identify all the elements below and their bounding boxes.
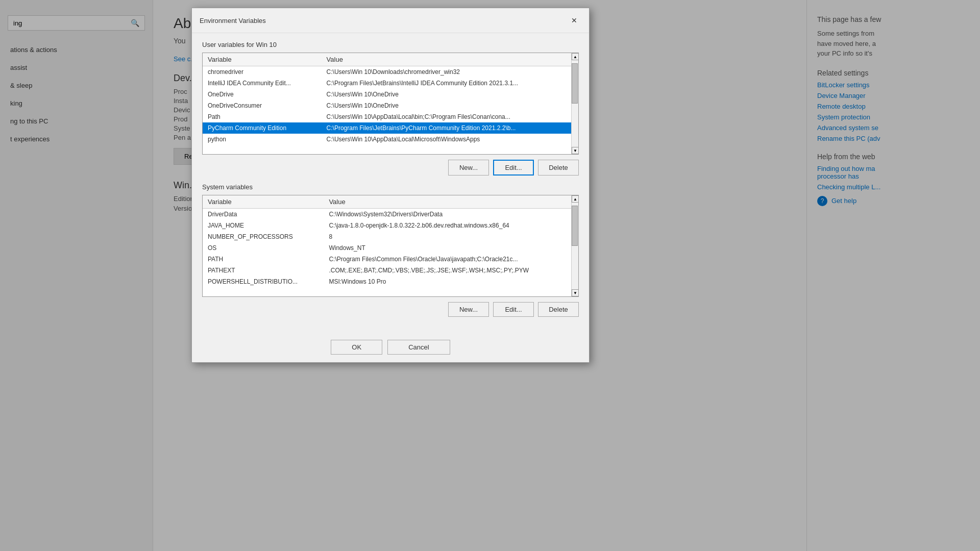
sys-var-name: JAVA_HOME <box>203 220 324 231</box>
sys-var-value: C:\java-1.8.0-openjdk-1.8.0.322-2.b06.de… <box>324 220 578 231</box>
user-table-row[interactable]: OneDriveConsumerC:\Users\Win 10\OneDrive <box>203 100 578 111</box>
user-var-name: Path <box>203 111 322 122</box>
user-var-value: C:\Users\Win 10\OneDrive <box>322 100 578 111</box>
sys-table-row[interactable]: JAVA_HOMEC:\java-1.8.0-openjdk-1.8.0.322… <box>203 220 578 231</box>
user-variables-table: Variable Value chromedriverC:\Users\Win … <box>203 53 578 145</box>
sys-scrollbar-down-arrow[interactable]: ▼ <box>572 289 579 296</box>
user-table-row[interactable]: PyCharm Community EditionC:\Program File… <box>203 122 578 134</box>
scrollbar-up-arrow[interactable]: ▲ <box>572 53 579 60</box>
close-button[interactable]: ✕ <box>567 13 581 28</box>
user-var-value: C:\Program Files\JetBrains\PyCharm Commu… <box>322 122 578 134</box>
user-table-row[interactable]: chromedriverC:\Users\Win 10\Downloads\ch… <box>203 66 578 78</box>
user-table-scrollbar[interactable]: ▲ ▼ <box>571 53 578 154</box>
user-table-row[interactable]: pythonC:\Users\Win 10\AppData\Local\Micr… <box>203 134 578 145</box>
sys-var-name: PATHEXT <box>203 265 324 276</box>
sys-col-variable: Variable <box>203 195 324 209</box>
sys-scrollbar-thumb[interactable] <box>572 206 578 246</box>
sys-var-value: 8 <box>324 231 578 242</box>
ok-button[interactable]: OK <box>331 340 382 355</box>
user-var-name: OneDrive <box>203 89 322 100</box>
sys-table-row[interactable]: NUMBER_OF_PROCESSORS8 <box>203 231 578 242</box>
system-buttons-row: New... Edit... Delete <box>202 302 579 317</box>
user-table-row[interactable]: IntelliJ IDEA Community Edit...C:\Progra… <box>203 78 578 89</box>
user-var-name: IntelliJ IDEA Community Edit... <box>203 78 322 89</box>
user-buttons-row: New... Edit... Delete <box>202 160 579 176</box>
user-variables-table-container: Variable Value chromedriverC:\Users\Win … <box>202 53 579 155</box>
environment-variables-dialog: Environment Variables ✕ User variables f… <box>191 8 590 363</box>
dialog-body: User variables for Win 10 Variable Value… <box>192 33 589 335</box>
sys-delete-button[interactable]: Delete <box>538 302 579 317</box>
user-var-value: C:\Users\Win 10\AppData\Local\bin;C:\Pro… <box>322 111 578 122</box>
sys-table-scrollbar[interactable]: ▲ ▼ <box>571 195 578 296</box>
sys-var-value: Windows_NT <box>324 242 578 254</box>
user-delete-button[interactable]: Delete <box>538 160 579 176</box>
user-var-name: python <box>203 134 322 145</box>
scrollbar-down-arrow[interactable]: ▼ <box>572 147 579 154</box>
user-var-name: chromedriver <box>203 66 322 78</box>
user-var-value: C:\Program Files\JetBrains\IntelliJ IDEA… <box>322 78 578 89</box>
sys-var-value: .COM;.EXE;.BAT;.CMD;.VBS;.VBE;.JS;.JSE;.… <box>324 265 578 276</box>
cancel-button[interactable]: Cancel <box>387 340 450 355</box>
sys-col-value: Value <box>324 195 578 209</box>
dialog-footer: OK Cancel <box>192 335 589 362</box>
dialog-titlebar: Environment Variables ✕ <box>192 8 589 33</box>
sys-table-row[interactable]: PATHEXT.COM;.EXE;.BAT;.CMD;.VBS;.VBE;.JS… <box>203 265 578 276</box>
sys-var-value: MSI:Windows 10 Pro <box>324 276 578 287</box>
sys-edit-button[interactable]: Edit... <box>493 302 534 317</box>
sys-var-name: PATH <box>203 254 324 265</box>
user-col-value: Value <box>322 53 578 66</box>
sys-var-name: NUMBER_OF_PROCESSORS <box>203 231 324 242</box>
user-variables-header: User variables for Win 10 <box>202 41 579 48</box>
user-variables-scroll[interactable]: Variable Value chromedriverC:\Users\Win … <box>203 53 578 147</box>
dialog-title: Environment Variables <box>200 17 266 24</box>
user-table-row[interactable]: OneDriveC:\Users\Win 10\OneDrive <box>203 89 578 100</box>
user-var-name: PyCharm Community Edition <box>203 122 322 134</box>
user-var-name: OneDriveConsumer <box>203 100 322 111</box>
sys-var-name: DriverData <box>203 209 324 220</box>
sys-scrollbar-up-arrow[interactable]: ▲ <box>572 195 579 203</box>
user-table-row[interactable]: PathC:\Users\Win 10\AppData\Local\bin;C:… <box>203 111 578 122</box>
user-var-value: C:\Users\Win 10\AppData\Local\Microsoft\… <box>322 134 578 145</box>
sys-table-row[interactable]: DriverDataC:\Windows\System32\Drivers\Dr… <box>203 209 578 220</box>
sys-table-row[interactable]: PATHC:\Program Files\Common Files\Oracle… <box>203 254 578 265</box>
sys-new-button[interactable]: New... <box>448 302 489 317</box>
sys-var-value: C:\Program Files\Common Files\Oracle\Jav… <box>324 254 578 265</box>
scrollbar-thumb[interactable] <box>572 63 578 104</box>
user-var-value: C:\Users\Win 10\OneDrive <box>322 89 578 100</box>
user-col-variable: Variable <box>203 53 322 66</box>
user-new-button[interactable]: New... <box>448 160 489 176</box>
sys-table-row[interactable]: OSWindows_NT <box>203 242 578 254</box>
user-var-value: C:\Users\Win 10\Downloads\chromedriver_w… <box>322 66 578 78</box>
system-variables-table: Variable Value DriverDataC:\Windows\Syst… <box>203 195 578 287</box>
sys-var-name: OS <box>203 242 324 254</box>
system-variables-scroll[interactable]: Variable Value DriverDataC:\Windows\Syst… <box>203 195 578 290</box>
sys-var-name: POWERSHELL_DISTRIBUTIO... <box>203 276 324 287</box>
sys-var-value: C:\Windows\System32\Drivers\DriverData <box>324 209 578 220</box>
system-variables-header: System variables <box>202 183 579 191</box>
system-variables-table-container: Variable Value DriverDataC:\Windows\Syst… <box>202 195 579 297</box>
sys-table-row[interactable]: POWERSHELL_DISTRIBUTIO...MSI:Windows 10 … <box>203 276 578 287</box>
user-edit-button[interactable]: Edit... <box>493 160 534 176</box>
